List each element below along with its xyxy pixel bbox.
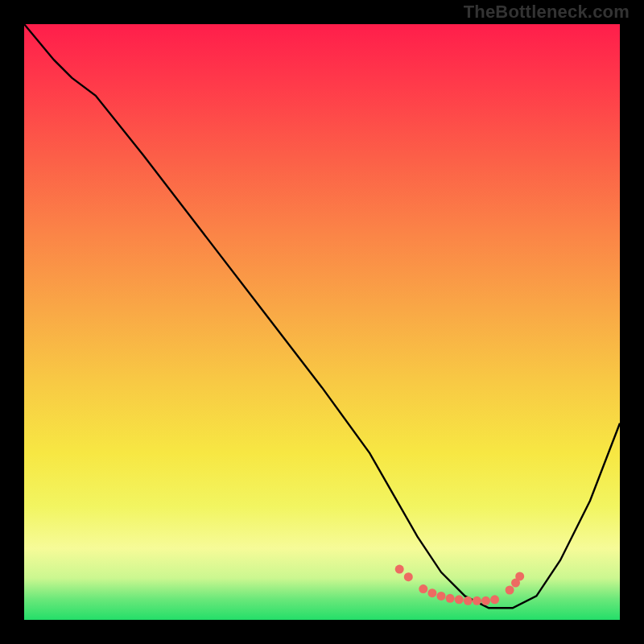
plot-area: [24, 24, 620, 620]
data-marker: [404, 572, 413, 581]
data-marker: [506, 586, 514, 595]
gradient-background: [24, 24, 620, 620]
data-marker: [481, 597, 490, 605]
data-marker: [473, 597, 481, 605]
chart-frame: TheBottleneck.com: [0, 0, 644, 644]
watermark-text: TheBottleneck.com: [464, 2, 630, 23]
data-marker: [515, 572, 524, 580]
data-marker: [446, 594, 455, 603]
data-marker: [455, 595, 464, 604]
data-marker: [427, 588, 436, 597]
data-marker: [419, 584, 427, 593]
data-marker: [490, 595, 499, 604]
chart-svg: [24, 24, 620, 620]
data-marker: [464, 597, 473, 605]
data-marker: [395, 565, 404, 574]
data-marker: [437, 592, 446, 601]
